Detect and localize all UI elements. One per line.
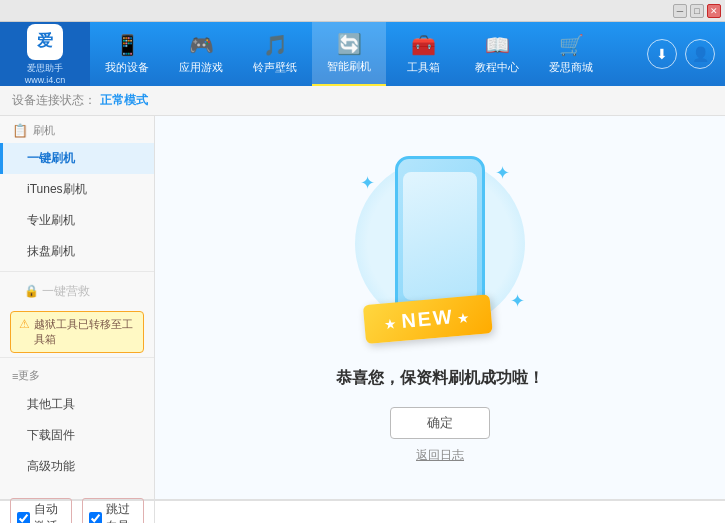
maximize-btn[interactable]: □ — [690, 4, 704, 18]
skip-wizard-input[interactable] — [89, 512, 102, 524]
sidebar-item-pro-flash[interactable]: 专业刷机 — [0, 205, 154, 236]
minimize-btn[interactable]: ─ — [673, 4, 687, 18]
auto-activate-checkbox[interactable]: 自动激活 — [10, 498, 72, 523]
other-tools-label: 其他工具 — [27, 397, 75, 411]
one-key-rescue-label: 一键营救 — [42, 284, 90, 298]
sidebar-item-other-tools[interactable]: 其他工具 — [0, 389, 154, 420]
sidebar: 📋 刷机 一键刷机 iTunes刷机 专业刷机 抹盘刷机 🔒 一键营救 ⚠ 越狱… — [0, 116, 155, 499]
nav-shop[interactable]: 🛒 爱思商城 — [534, 22, 608, 86]
sparkle-icon-1: ✦ — [360, 172, 375, 194]
nav-ringtones-label: 铃声壁纸 — [253, 60, 297, 75]
nav-shop-label: 爱思商城 — [549, 60, 593, 75]
logo-url: www.i4.cn — [25, 75, 66, 85]
nav-tutorials[interactable]: 📖 教程中心 — [460, 22, 534, 86]
status-label: 设备连接状态： — [12, 92, 96, 109]
app-logo: 爱 爱思助手 www.i4.cn — [0, 22, 90, 86]
phone-screen — [403, 172, 477, 300]
flash-section-icon: 📋 — [12, 123, 28, 138]
sidebar-section-more: ≡ 更多 — [0, 362, 154, 389]
nav-toolbox[interactable]: 🧰 工具箱 — [386, 22, 460, 86]
notice-icon: ⚠ — [19, 317, 30, 331]
sidebar-divider-2 — [0, 357, 154, 358]
sidebar-notice: ⚠ 越狱工具已转移至工具箱 — [10, 311, 144, 353]
nav-my-device-label: 我的设备 — [105, 60, 149, 75]
header: 爱 爱思助手 www.i4.cn 📱 我的设备 🎮 应用游戏 🎵 铃声壁纸 🔄 … — [0, 22, 725, 86]
smart-flash-icon: 🔄 — [337, 32, 362, 56]
one-key-flash-label: 一键刷机 — [27, 151, 75, 165]
success-illustration: ✦ ✦ ✦ NEW — [340, 152, 540, 352]
download-btn[interactable]: ⬇ — [647, 39, 677, 69]
nav-ringtones[interactable]: 🎵 铃声壁纸 — [238, 22, 312, 86]
itunes-flash-label: iTunes刷机 — [27, 182, 87, 196]
sidebar-item-one-key-flash[interactable]: 一键刷机 — [0, 143, 154, 174]
ringtones-icon: 🎵 — [263, 33, 288, 57]
nav-app-games-label: 应用游戏 — [179, 60, 223, 75]
nav-smart-flash-label: 智能刷机 — [327, 59, 371, 74]
skip-wizard-label: 跳过向导 — [106, 501, 137, 523]
nav-app-games[interactable]: 🎮 应用游戏 — [164, 22, 238, 86]
sidebar-item-itunes-flash[interactable]: iTunes刷机 — [0, 174, 154, 205]
my-device-icon: 📱 — [115, 33, 140, 57]
sidebar-item-one-key-rescue: 🔒 一键营救 — [0, 276, 154, 307]
content-area: ✦ ✦ ✦ NEW 恭喜您，保资料刷机成功啦！ 确定 返回日志 — [155, 116, 725, 499]
shop-icon: 🛒 — [559, 33, 584, 57]
flash-section-label: 刷机 — [33, 123, 55, 138]
back-link[interactable]: 返回日志 — [416, 447, 464, 464]
sidebar-section-flash: 📋 刷机 — [0, 116, 154, 143]
logo-name: 爱思助手 — [27, 62, 63, 75]
bottom-area: 自动激活 跳过向导 📱 iPhone 12 mini 64GB Down-12m… — [0, 499, 725, 523]
phone-shape — [395, 156, 485, 316]
wipe-flash-label: 抹盘刷机 — [27, 244, 75, 258]
status-bar: 设备连接状态： 正常模式 — [0, 86, 725, 116]
confirm-button[interactable]: 确定 — [390, 407, 490, 439]
main-area: 📋 刷机 一键刷机 iTunes刷机 专业刷机 抹盘刷机 🔒 一键营救 ⚠ 越狱… — [0, 116, 725, 499]
bottom-device-section: 自动激活 跳过向导 📱 iPhone 12 mini 64GB Down-12m… — [0, 501, 155, 523]
header-nav: 📱 我的设备 🎮 应用游戏 🎵 铃声壁纸 🔄 智能刷机 🧰 工具箱 📖 教程中心… — [90, 22, 647, 86]
toolbox-icon: 🧰 — [411, 33, 436, 57]
success-message: 恭喜您，保资料刷机成功啦！ — [336, 368, 544, 389]
header-actions: ⬇ 👤 — [647, 39, 725, 69]
pro-flash-label: 专业刷机 — [27, 213, 75, 227]
tutorials-icon: 📖 — [485, 33, 510, 57]
nav-toolbox-label: 工具箱 — [407, 60, 440, 75]
nav-tutorials-label: 教程中心 — [475, 60, 519, 75]
sidebar-item-download-firmware[interactable]: 下载固件 — [0, 420, 154, 451]
sparkle-icon-3: ✦ — [510, 290, 525, 312]
sparkle-icon-2: ✦ — [495, 162, 510, 184]
download-firmware-label: 下载固件 — [27, 428, 75, 442]
status-value: 正常模式 — [100, 92, 148, 109]
bottom-content: 自动激活 跳过向导 📱 iPhone 12 mini 64GB Down-12m… — [0, 501, 725, 523]
user-btn[interactable]: 👤 — [685, 39, 715, 69]
device-checkboxes: 自动激活 跳过向导 — [10, 498, 144, 523]
more-section-label: 更多 — [18, 368, 40, 383]
lock-icon: 🔒 — [24, 284, 39, 298]
sidebar-item-advanced[interactable]: 高级功能 — [0, 451, 154, 482]
close-btn[interactable]: ✕ — [707, 4, 721, 18]
nav-smart-flash[interactable]: 🔄 智能刷机 — [312, 22, 386, 86]
sidebar-item-wipe-flash[interactable]: 抹盘刷机 — [0, 236, 154, 267]
auto-activate-label: 自动激活 — [34, 501, 65, 523]
advanced-label: 高级功能 — [27, 459, 75, 473]
app-games-icon: 🎮 — [189, 33, 214, 57]
notice-text: 越狱工具已转移至工具箱 — [34, 317, 135, 347]
title-bar: ─ □ ✕ — [0, 0, 725, 22]
logo-icon: 爱 — [27, 24, 63, 60]
bottom-footer: V7.98.66 客服 微信公众号 检查更新 — [155, 501, 725, 523]
phone-body — [395, 156, 485, 316]
nav-my-device[interactable]: 📱 我的设备 — [90, 22, 164, 86]
auto-activate-input[interactable] — [17, 512, 30, 524]
logo-char: 爱 — [37, 31, 53, 52]
skip-wizard-checkbox[interactable]: 跳过向导 — [82, 498, 144, 523]
sidebar-divider-1 — [0, 271, 154, 272]
